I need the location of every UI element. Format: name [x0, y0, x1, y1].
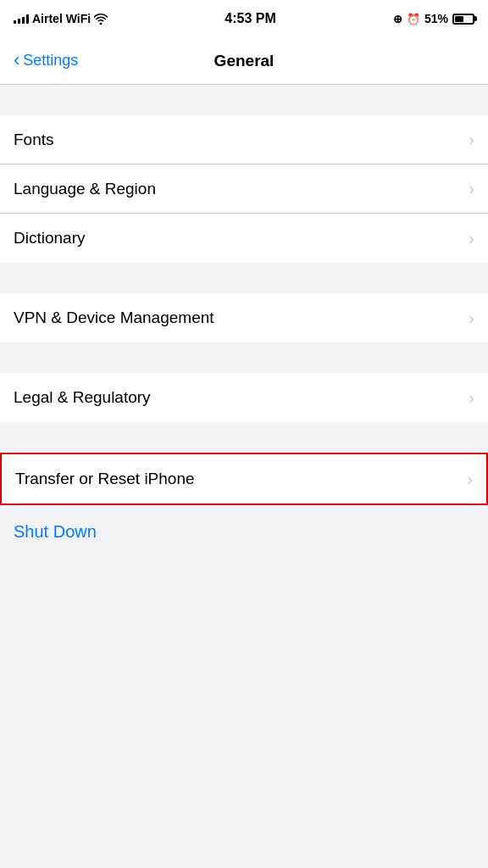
group-1: Fonts › Language & Region › Dictionary ›	[0, 115, 488, 263]
status-time: 4:53 PM	[225, 11, 275, 26]
back-chevron-icon: ‹	[14, 49, 19, 71]
wifi-icon	[94, 14, 108, 25]
chevron-right-icon: ›	[469, 388, 474, 408]
battery-percent: 51%	[424, 12, 448, 25]
world-clock-icon: ⊕	[393, 13, 402, 25]
settings-row-fonts[interactable]: Fonts ›	[0, 115, 488, 164]
chevron-right-icon: ›	[469, 130, 474, 149]
settings-row-language-region[interactable]: Language & Region ›	[0, 164, 488, 214]
chevron-right-icon: ›	[469, 179, 474, 198]
nav-bar: ‹ Settings General	[0, 37, 488, 85]
status-bar: Airtel WiFi 4:53 PM ⊕ ⏰ 51%	[0, 0, 488, 37]
page-title: General	[214, 52, 274, 70]
row-label-transfer-reset: Transfer or Reset iPhone	[15, 470, 195, 488]
status-indicators: ⊕ ⏰ 51%	[393, 12, 474, 25]
chevron-right-icon: ›	[469, 229, 474, 248]
group-4-highlighted: Transfer or Reset iPhone ›	[0, 453, 488, 505]
settings-row-legal[interactable]: Legal & Regulatory ›	[0, 373, 488, 422]
row-label-dictionary: Dictionary	[14, 229, 85, 248]
back-label: Settings	[23, 52, 78, 70]
status-carrier: Airtel WiFi	[14, 12, 108, 25]
shutdown-button[interactable]: Shut Down	[14, 522, 97, 542]
battery-icon	[452, 14, 474, 25]
signal-icon	[14, 14, 29, 24]
row-label-language-region: Language & Region	[14, 180, 156, 198]
row-label-fonts: Fonts	[14, 131, 54, 149]
group-3: Legal & Regulatory ›	[0, 373, 488, 422]
row-label-vpn: VPN & Device Management	[14, 309, 214, 327]
back-button[interactable]: ‹ Settings	[14, 51, 78, 71]
chevron-right-icon: ›	[467, 470, 473, 489]
settings-row-transfer-reset[interactable]: Transfer or Reset iPhone ›	[2, 454, 486, 504]
row-label-legal: Legal & Regulatory	[14, 388, 151, 407]
carrier-label: Airtel WiFi	[32, 12, 91, 25]
chevron-right-icon: ›	[469, 309, 474, 328]
alarm-icon: ⏰	[407, 13, 420, 25]
shutdown-section: Shut Down	[0, 505, 488, 559]
group-2: VPN & Device Management ›	[0, 293, 488, 342]
settings-row-dictionary[interactable]: Dictionary ›	[0, 214, 488, 263]
settings-row-vpn[interactable]: VPN & Device Management ›	[0, 293, 488, 342]
